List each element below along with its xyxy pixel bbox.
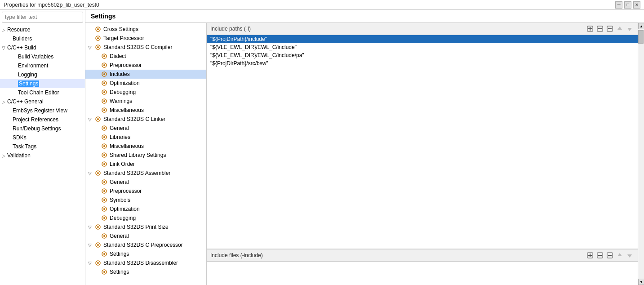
- delete-include-path-button[interactable]: [605, 25, 614, 33]
- stree-item-assembler[interactable]: ▽ Standard S32DS Assembler: [85, 169, 206, 178]
- stree-item-warnings[interactable]: Warnings: [85, 97, 206, 106]
- toggle-libraries: [94, 135, 101, 140]
- stree-item-optimization-asm[interactable]: Optimization: [85, 205, 206, 214]
- general-linker-label: General: [110, 125, 129, 131]
- stree-item-preprocessor-asm[interactable]: Preprocessor: [85, 187, 206, 196]
- logging-label: Logging: [18, 71, 37, 78]
- include-path-item-1[interactable]: "${ProjDirPath}/include": [207, 35, 638, 43]
- include-paths-section: Include paths (-I): [207, 23, 638, 249]
- move-up-include-path-button[interactable]: [615, 25, 624, 33]
- sidebar-item-project-refs[interactable]: Project References: [0, 115, 85, 124]
- sidebar-item-logging[interactable]: Logging: [0, 70, 85, 79]
- toggle-env: [13, 63, 18, 68]
- stree-item-preprocessor[interactable]: Preprocessor: [85, 61, 206, 70]
- include-files-section: Include files (-include): [207, 249, 638, 285]
- gear-icon-misc-c: [101, 107, 108, 114]
- gear-icon-settings-disasm: [101, 268, 108, 276]
- stree-item-target-processor[interactable]: Target Processor: [85, 34, 206, 43]
- stree-item-general-asm[interactable]: General: [85, 178, 206, 187]
- sidebar-item-toolchain-editor[interactable]: Tool Chain Editor: [0, 88, 85, 97]
- sidebar-item-settings[interactable]: Settings: [0, 79, 85, 88]
- sidebar-item-environment[interactable]: Environment: [0, 61, 85, 70]
- stree-item-debugging[interactable]: Debugging: [85, 88, 206, 97]
- toggle-gen-linker: [94, 126, 101, 131]
- sidebar-item-resource[interactable]: ▷ Resource: [0, 25, 85, 34]
- scroll-up-button[interactable]: ▲: [638, 23, 644, 29]
- maximize-button[interactable]: □: [624, 1, 631, 9]
- link-order-label: Link Order: [110, 161, 135, 167]
- sidebar-item-cpp-build[interactable]: ▽ C/C++ Build: [0, 43, 85, 52]
- stree-item-shared-library[interactable]: Shared Library Settings: [85, 151, 206, 160]
- stree-item-general-print[interactable]: General: [85, 232, 206, 240]
- include-path-item-3[interactable]: "${VLE_EWL_DIR}/EWL_C/include/pa": [207, 51, 638, 59]
- toggle-assembler: ▽: [88, 171, 94, 176]
- stree-item-link-order[interactable]: Link Order: [85, 160, 206, 169]
- svg-rect-58: [590, 27, 591, 31]
- stree-item-misc-c[interactable]: Miscellaneous: [85, 106, 206, 115]
- stree-item-settings-disasm[interactable]: Settings: [85, 267, 206, 276]
- toggle-misc-c: [94, 108, 101, 113]
- stree-item-linker[interactable]: ▽ Standard S32DS C Linker: [85, 115, 206, 124]
- svg-point-5: [97, 46, 99, 48]
- stree-item-disassembler[interactable]: ▽ Standard S32DS Disassembler: [85, 258, 206, 267]
- stree-item-compiler[interactable]: ▽ Standard S32DS C Compiler: [85, 43, 206, 52]
- toggle-cpp-general: ▷: [2, 99, 7, 104]
- minimize-button[interactable]: ─: [615, 1, 622, 9]
- right-panel: Settings Cross Settings: [85, 10, 644, 285]
- gear-icon-preproc-asm: [101, 187, 108, 195]
- add-include-path-button[interactable]: [586, 25, 595, 33]
- gear-icon-linker: [94, 116, 102, 123]
- sidebar-item-run-debug[interactable]: Run/Debug Settings: [0, 124, 85, 133]
- stree-item-dialect[interactable]: Dialect: [85, 52, 206, 61]
- stree-item-debugging-asm[interactable]: Debugging: [85, 214, 206, 223]
- delete-include-file-button[interactable]: [605, 251, 614, 259]
- edit-include-path-button[interactable]: [595, 25, 604, 33]
- toggle-compiler: ▽: [88, 45, 94, 50]
- assembler-label: Standard S32DS Assembler: [103, 170, 170, 176]
- svg-point-19: [103, 109, 105, 111]
- stree-item-cross-settings[interactable]: Cross Settings: [85, 25, 206, 34]
- stree-item-general-linker[interactable]: General: [85, 124, 206, 133]
- filter-input[interactable]: [2, 12, 83, 22]
- sidebar-item-sdks[interactable]: SDKs: [0, 133, 85, 142]
- scroll-down-button[interactable]: ▼: [638, 279, 644, 285]
- left-panel: ▷ Resource Builders ▽ C/C++ Build: [0, 10, 85, 285]
- edit-include-file-button[interactable]: [595, 251, 604, 259]
- sidebar-item-builders[interactable]: Builders: [0, 34, 85, 43]
- right-scrollbar[interactable]: ▲ ▼: [638, 23, 644, 285]
- toggle-builders: [7, 36, 13, 41]
- stree-item-settings-preproc[interactable]: Settings: [85, 249, 206, 258]
- target-processor-label: Target Processor: [103, 35, 144, 41]
- svg-point-15: [103, 91, 105, 93]
- settings-tree: Cross Settings Target Processor ▽: [85, 23, 207, 285]
- svg-point-9: [103, 64, 105, 66]
- sidebar-item-embsys[interactable]: EmbSys Register View: [0, 106, 85, 115]
- stree-item-misc-linker[interactable]: Miscellaneous: [85, 142, 206, 151]
- stree-item-print-size[interactable]: ▽ Standard S32DS Print Size: [85, 223, 206, 232]
- embsys-label: EmbSys Register View: [13, 107, 67, 114]
- stree-item-c-preprocessor[interactable]: ▽ Standard S32DS C Preprocessor: [85, 240, 206, 249]
- stree-item-libraries[interactable]: Libraries: [85, 133, 206, 142]
- scroll-track: [638, 29, 644, 279]
- move-up-include-file-button[interactable]: [615, 251, 624, 259]
- warnings-label: Warnings: [110, 98, 132, 104]
- include-path-item-4[interactable]: "${ProjDirPath}/src/bsw": [207, 59, 638, 67]
- close-button[interactable]: ✕: [633, 1, 640, 9]
- move-down-include-path-button[interactable]: [625, 25, 634, 33]
- svg-point-29: [103, 154, 105, 156]
- toggle-debug-asm: [94, 216, 101, 221]
- add-include-file-button[interactable]: [586, 251, 595, 259]
- sidebar-item-task-tags[interactable]: Task Tags: [0, 142, 85, 151]
- move-down-include-file-button[interactable]: [625, 251, 634, 259]
- sidebar-item-validation[interactable]: ▷ Validation: [0, 151, 85, 160]
- stree-item-symbols[interactable]: Symbols: [85, 196, 206, 205]
- scroll-thumb[interactable]: [638, 30, 644, 44]
- svg-point-55: [103, 271, 105, 273]
- sidebar-item-cpp-general[interactable]: ▷ C/C++ General: [0, 97, 85, 106]
- stree-item-includes[interactable]: Includes: [85, 70, 206, 79]
- sidebar-item-build-variables[interactable]: Build Variables: [0, 52, 85, 61]
- builders-label: Builders: [13, 36, 32, 42]
- stree-item-optimization[interactable]: Optimization: [85, 79, 206, 88]
- include-path-item-2[interactable]: "${VLE_EWL_DIR}/EWL_C/include": [207, 43, 638, 51]
- gear-icon-libraries: [101, 134, 108, 141]
